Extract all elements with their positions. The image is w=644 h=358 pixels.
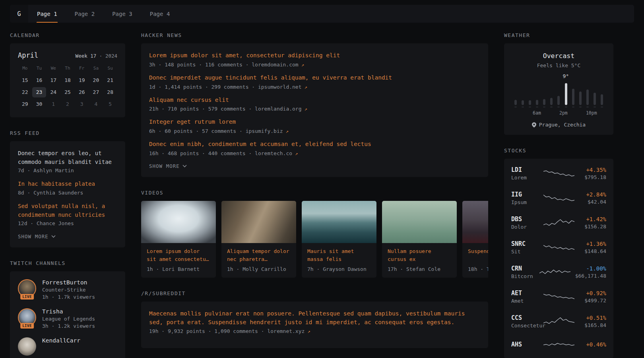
hn-item-title[interactable]: Donec enim nibh, condimentum et accumsan…	[149, 140, 480, 149]
stock-symbol: DBS	[511, 216, 539, 223]
video-card[interactable]: Aliquam tempor dolor nec pharetra…1h · M…	[221, 201, 296, 278]
hackernews-section: HACKER NEWS Lorem ipsum dolor sit amet, …	[141, 32, 488, 177]
hn-item-meta: 6h · 60 points · 57 comments · ipsumify.…	[149, 128, 480, 134]
video-title[interactable]: Nullam posuere cursus ex	[382, 243, 457, 264]
stock-price: $499.72	[579, 298, 607, 304]
stock-change: +1.36%	[579, 241, 607, 247]
twitch-channel[interactable]: LIVEForrestBurtonCounter-Strike1h · 1.7k…	[18, 279, 117, 300]
video-title[interactable]: Suspendisse diam	[462, 243, 488, 264]
stock-info: CRNBitcorn	[511, 265, 535, 279]
stock-row[interactable]: IIGIpsum+2.84%$42.04	[511, 186, 606, 210]
calendar-date: 21	[103, 75, 117, 86]
weather-bar	[594, 93, 596, 105]
tab-page-3[interactable]: Page 3	[103, 5, 141, 23]
hn-item-title[interactable]: Donec imperdiet augue tincidunt felis al…	[149, 74, 480, 82]
subreddit-item-domain: loremnet.xyz	[267, 328, 305, 334]
stock-symbol: CRN	[511, 265, 535, 272]
tab-page-4[interactable]: Page 4	[141, 5, 179, 23]
hackernews-section-title: HACKER NEWS	[141, 32, 488, 38]
stock-name: Sit	[511, 249, 539, 255]
stock-values: -1.00%$66,171.48	[575, 265, 606, 279]
video-thumbnail[interactable]	[221, 201, 296, 243]
stock-symbol: SNRC	[511, 240, 539, 247]
video-title[interactable]: Aliquam tempor dolor nec pharetra…	[221, 243, 296, 264]
stock-row[interactable]: AHS+0.46%	[511, 334, 606, 356]
twitch-channel[interactable]: LIVETrishaLeague of Legends3h · 1.2k vie…	[18, 308, 117, 329]
hn-item: Donec enim nibh, condimentum et accumsan…	[149, 140, 480, 156]
calendar-day-header: Th	[60, 64, 75, 74]
calendar-date: 1	[46, 99, 60, 109]
video-card[interactable]: Suspendisse diam18h · Tara	[462, 201, 488, 278]
app-logo[interactable]: G	[10, 5, 28, 23]
tab-page-2[interactable]: Page 2	[66, 5, 104, 23]
channel-name[interactable]: Trisha	[42, 308, 95, 315]
stock-price: $795.18	[579, 174, 607, 180]
stock-change: +1.42%	[579, 216, 607, 222]
hn-show-more-button[interactable]: SHOW MORE	[149, 162, 187, 169]
rss-section-title: RSS FEED	[10, 130, 125, 136]
video-title[interactable]: Mauris sit amet massa felis	[302, 243, 376, 264]
rss-item-title[interactable]: In hac habitasse platea	[18, 180, 117, 189]
calendar-header: April Week 17 · 2024	[18, 51, 117, 59]
hn-item-domain: ipsumworld.net	[258, 84, 302, 90]
hn-item-title[interactable]: Lorem ipsum dolor sit amet, consectetur …	[149, 51, 480, 60]
calendar-day-header: We	[46, 64, 60, 74]
stock-info: SNRCSit	[511, 240, 539, 255]
stock-row[interactable]: CRNBitcorn-1.00%$66,171.48	[511, 260, 606, 284]
calendar-week-year: Week 17 · 2024	[76, 53, 117, 59]
calendar-date: 3	[75, 99, 89, 109]
stock-row[interactable]: CCSConsectetur+0.51%$165.84	[511, 309, 606, 334]
channel-name[interactable]: KendallCarr	[42, 337, 80, 344]
weather-widget: Overcast Feels like 5°C 9° 6am2pm10pm Pr…	[504, 43, 613, 135]
hn-item-meta: 1d · 1,414 points · 299 comments · ipsum…	[149, 84, 480, 90]
stock-name: Amet	[511, 298, 539, 304]
calendar-day-header: Tu	[32, 64, 47, 74]
video-card[interactable]: Nullam posuere cursus ex17h · Stefan Col…	[382, 201, 457, 278]
stock-sparkline	[543, 241, 574, 253]
videos-section: VIDEOS Lorem ipsum dolor sit amet consec…	[141, 190, 488, 278]
rss-item: Sed volutpat nulla nisl, a condimentum n…	[18, 202, 117, 226]
external-link-icon: ↗	[299, 62, 304, 68]
calendar-date: 22	[18, 87, 32, 97]
hn-item-title[interactable]: Integer eget rutrum lorem	[149, 118, 480, 126]
external-link-icon: ↗	[305, 329, 310, 334]
video-thumbnail[interactable]	[302, 201, 376, 243]
channel-info: ForrestBurtonCounter-Strike1h · 1.7k vie…	[42, 279, 95, 300]
calendar-date: 17	[46, 75, 60, 86]
video-thumbnail[interactable]	[462, 201, 488, 243]
rss-item-title[interactable]: Donec tempor eros leo, ut commodo mauris…	[18, 149, 117, 166]
tab-page-1[interactable]: Page 1	[28, 5, 66, 23]
calendar-section-title: CALENDAR	[10, 32, 125, 38]
video-card[interactable]: Mauris sit amet massa felis7h · Grayson …	[302, 201, 376, 278]
rss-item-title[interactable]: Sed volutpat nulla nisl, a condimentum n…	[18, 202, 117, 219]
hn-item-title[interactable]: Aliquam nec cursus elit	[149, 96, 480, 105]
weather-bar-column	[543, 99, 545, 107]
rss-item: Donec tempor eros leo, ut commodo mauris…	[18, 149, 117, 173]
stock-row[interactable]: LDILorem+4.35%$795.18	[511, 161, 606, 186]
header-tabs: Page 1Page 2Page 3Page 4	[28, 5, 178, 23]
twitch-channel[interactable]: KendallCarr	[18, 337, 117, 356]
stock-row[interactable]: AETAmet+0.92%$499.72	[511, 284, 606, 309]
video-card[interactable]: Lorem ipsum dolor sit amet consectetu…1h…	[141, 201, 216, 278]
stock-row[interactable]: SNRCSit+1.36%$148.64	[511, 235, 606, 260]
twitch-section-title: TWITCH CHANNELS	[10, 260, 125, 266]
stocks-widget: LDILorem+4.35%$795.18IIGIpsum+2.84%$42.0…	[504, 159, 613, 358]
stock-name: Ipsum	[511, 199, 539, 205]
stock-row[interactable]: DBSDolor+1.42%$156.28	[511, 210, 606, 235]
stock-values: +4.35%$795.18	[579, 167, 607, 180]
rss-show-more-button[interactable]: SHOW MORE	[18, 233, 56, 239]
stock-values: +2.84%$42.04	[579, 191, 607, 205]
subreddit-item-title[interactable]: Maecenas mollis pulvinar erat non posuer…	[149, 309, 480, 327]
video-thumbnail[interactable]	[141, 201, 216, 243]
video-thumbnail[interactable]	[382, 201, 457, 243]
dashboard-grid: CALENDAR April Week 17 · 2024 MoTuWeThFr…	[0, 23, 644, 358]
weather-location: Prague, Czechia	[539, 122, 586, 128]
weather-bar-dot	[529, 107, 531, 107]
video-title[interactable]: Lorem ipsum dolor sit amet consectetu…	[141, 243, 216, 264]
subreddit-item: Maecenas mollis pulvinar erat non posuer…	[149, 309, 480, 335]
external-link-icon: ↗	[283, 128, 289, 134]
weather-bar-dot	[543, 107, 545, 107]
weather-bar	[543, 99, 545, 105]
channel-name[interactable]: ForrestBurton	[42, 279, 95, 286]
calendar-day-header: Sa	[89, 64, 103, 74]
